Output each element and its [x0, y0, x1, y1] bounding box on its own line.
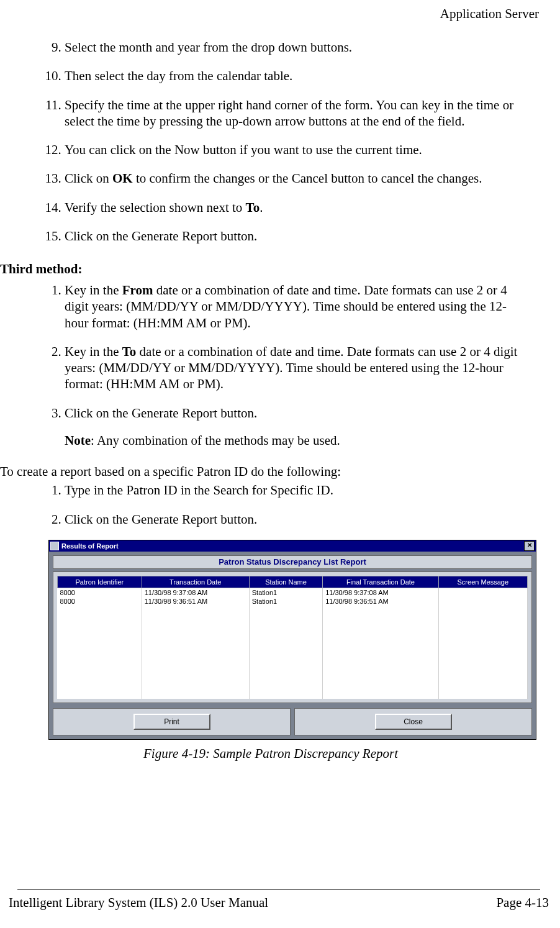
cell	[438, 588, 527, 597]
list-item: Select the month and year from the drop …	[65, 39, 523, 55]
cell: 8000	[58, 588, 142, 597]
col-header[interactable]: Station Name	[249, 576, 322, 588]
ordered-list-c: Type in the Patron ID in the Search for …	[37, 482, 541, 527]
grid-filler	[58, 606, 528, 699]
list-item: Click on the Generate Report button.	[65, 511, 523, 527]
footer-left: Intelligent Library System (ILS) 2.0 Use…	[9, 895, 268, 911]
window-system-icon	[50, 542, 59, 550]
list-item: Click on OK to confirm the changes or th…	[65, 170, 523, 186]
page-footer: Intelligent Library System (ILS) 2.0 Use…	[0, 893, 560, 911]
figure-caption: Figure 4-19: Sample Patron Discrepancy R…	[0, 746, 541, 762]
page-header: Application Server	[0, 6, 541, 39]
list-item: Click on the Generate Report button.	[65, 228, 523, 244]
note-text: : Any combination of the methods may be …	[91, 433, 340, 448]
close-button[interactable]: Close	[375, 714, 452, 730]
header-title: Application Server	[440, 6, 539, 21]
report-grid-wrap: Patron Identifier Transaction Date Stati…	[53, 571, 532, 703]
cell: 11/30/98 9:36:51 AM	[142, 597, 249, 606]
ordered-list-b: Key in the From date or a combination of…	[37, 282, 541, 448]
list-item: Click on the Generate Report button. Not…	[65, 405, 523, 449]
ordered-list-a: Select the month and year from the drop …	[37, 39, 541, 244]
list-item: Key in the To date or a combination of d…	[65, 343, 523, 393]
table-row[interactable]: 8000 11/30/98 9:36:51 AM Station1 11/30/…	[58, 597, 528, 606]
list-item: Key in the From date or a combination of…	[65, 282, 523, 331]
footer-right: Page 4-13	[496, 895, 549, 911]
cell: 11/30/98 9:37:08 AM	[323, 588, 438, 597]
note-label: Note	[65, 433, 91, 448]
list-item: Verify the selection shown next to To.	[65, 199, 523, 216]
window-title: Results of Report	[61, 542, 524, 550]
cell: 8000	[58, 597, 142, 606]
report-grid: Patron Identifier Transaction Date Stati…	[57, 576, 528, 699]
col-header[interactable]: Screen Message	[438, 576, 527, 588]
cell: 11/30/98 9:37:08 AM	[142, 588, 249, 597]
cell: 11/30/98 9:36:51 AM	[323, 597, 438, 606]
list-item: Type in the Patron ID in the Search for …	[65, 482, 523, 498]
cell: Station1	[249, 597, 322, 606]
list-item: You can click on the Now button if you w…	[65, 142, 523, 158]
list-item: Then select the day from the calendar ta…	[65, 68, 523, 84]
cell	[438, 597, 527, 606]
paragraph-patron: To create a report based on a specific P…	[0, 463, 541, 480]
report-title: Patron Status Discrepancy List Report	[53, 555, 532, 569]
bold-to-2: To	[122, 344, 137, 359]
print-panel: Print	[53, 708, 291, 735]
titlebar: Results of Report ✕	[49, 540, 536, 552]
report-window: Results of Report ✕ Patron Status Discre…	[48, 540, 536, 740]
bold-from: From	[122, 283, 153, 298]
close-panel: Close	[294, 708, 532, 735]
note-block: Note: Any combination of the methods may…	[65, 432, 523, 448]
close-icon[interactable]: ✕	[524, 541, 535, 551]
col-header[interactable]: Final Transaction Date	[323, 576, 438, 588]
third-method-heading: Third method:	[0, 262, 541, 277]
cell: Station1	[249, 588, 322, 597]
footer-rule	[17, 889, 540, 890]
col-header[interactable]: Transaction Date	[142, 576, 249, 588]
list-item: Specify the time at the upper right hand…	[65, 97, 523, 130]
print-button[interactable]: Print	[133, 714, 210, 730]
bold-ok: OK	[112, 171, 133, 186]
table-row[interactable]: 8000 11/30/98 9:37:08 AM Station1 11/30/…	[58, 588, 528, 597]
bold-to: To	[246, 200, 260, 215]
button-row: Print Close	[53, 708, 532, 735]
col-header[interactable]: Patron Identifier	[58, 576, 142, 588]
